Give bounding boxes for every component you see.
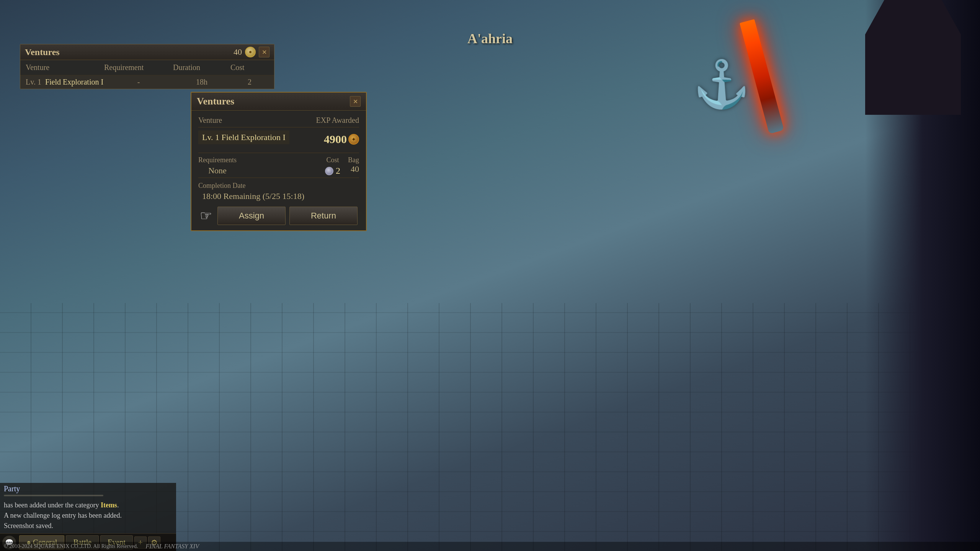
return-button[interactable]: Return bbox=[289, 207, 358, 225]
detail-completion-section: Completion Date 18:00 Remaining (5/25 15… bbox=[198, 178, 359, 201]
detail-bag-value: 40 bbox=[348, 164, 359, 174]
detail-venture-name-value: Lv. 1 Field Exploration I bbox=[198, 130, 289, 144]
detail-cost-row: 2 bbox=[325, 166, 340, 176]
venture-coin-icon: ● bbox=[245, 47, 256, 57]
detail-completion-value: 18:00 Remaining (5/25 15:18) bbox=[198, 191, 359, 201]
detail-venture-label: Venture bbox=[198, 116, 222, 125]
chat-message: has been added under the category Items. bbox=[4, 500, 172, 510]
ventures-main-close-button[interactable]: ✕ bbox=[259, 47, 270, 57]
ventures-main-title: Ventures bbox=[25, 47, 60, 57]
gate-top bbox=[865, 0, 961, 115]
ventures-main-panel: Ventures 40 ● ✕ Venture Requirement Dura… bbox=[20, 44, 274, 89]
detail-exp-label: EXP Awarded bbox=[316, 116, 359, 125]
detail-dialog-close-button[interactable]: ✕ bbox=[350, 96, 361, 107]
copyright-bar: © 2010-2024 SQUARE ENIX CO.,LTD. All Rig… bbox=[0, 542, 980, 551]
anchor-symbol: ⚓ bbox=[693, 57, 750, 111]
row-duration: 18h bbox=[173, 78, 230, 86]
chat-message: Screenshot saved. bbox=[4, 521, 172, 531]
chat-log: has been added under the category Items.… bbox=[0, 498, 176, 533]
detail-cost-label: Cost bbox=[325, 156, 340, 164]
col-duration: Duration bbox=[173, 63, 230, 72]
detail-bag-label: Bag bbox=[348, 156, 359, 164]
copyright-text: © 2010-2024 SQUARE ENIX CO.,LTD. All Rig… bbox=[4, 543, 138, 549]
detail-cost-value: 2 bbox=[336, 166, 340, 176]
ff-logo: FINAL FANTASY XIV bbox=[145, 543, 199, 550]
exp-icon: ✦ bbox=[348, 134, 359, 145]
pointer-icon: ☞ bbox=[200, 208, 212, 224]
table-row[interactable]: Lv. 1 Field Exploration I - 18h 2 bbox=[20, 75, 274, 89]
assign-button[interactable]: Assign bbox=[217, 207, 286, 225]
col-cost: Cost bbox=[230, 63, 269, 72]
row-venture-name: Lv. 1 Field Exploration I bbox=[26, 78, 104, 86]
col-requirement: Requirement bbox=[104, 63, 173, 72]
detail-buttons-row: ☞ Assign Return bbox=[198, 207, 359, 225]
ventures-main-header: Ventures 40 ● ✕ bbox=[20, 44, 274, 60]
detail-venture-header-row: Venture EXP Awarded bbox=[198, 116, 359, 127]
detail-dialog-header: Ventures ✕ bbox=[191, 93, 366, 111]
row-cost: 2 bbox=[230, 78, 269, 86]
ventures-coins-display: 40 ● ✕ bbox=[234, 47, 270, 57]
npc-name: A'ahria bbox=[467, 31, 513, 47]
ventures-coins-count: 40 bbox=[234, 47, 242, 57]
ventures-table-header: Venture Requirement Duration Cost bbox=[20, 60, 274, 75]
chat-area: Party has been added under the category … bbox=[0, 483, 176, 551]
detail-requirements-label: Requirements bbox=[198, 156, 237, 164]
detail-dialog-content: Venture EXP Awarded Lv. 1 Field Explorat… bbox=[191, 111, 366, 230]
party-label: Party bbox=[4, 484, 172, 493]
cost-coin-icon bbox=[325, 167, 333, 175]
detail-completion-label: Completion Date bbox=[198, 182, 359, 190]
col-venture: Venture bbox=[26, 63, 104, 72]
chat-message: A new challenge log entry has been added… bbox=[4, 510, 172, 521]
ventures-detail-dialog: Ventures ✕ Venture EXP Awarded Lv. 1 Fie… bbox=[191, 92, 367, 231]
detail-exp-value: 4900 bbox=[324, 133, 347, 146]
detail-dialog-title: Ventures bbox=[197, 96, 234, 107]
detail-requirements-value: None bbox=[198, 166, 237, 176]
row-requirement: - bbox=[104, 78, 173, 86]
